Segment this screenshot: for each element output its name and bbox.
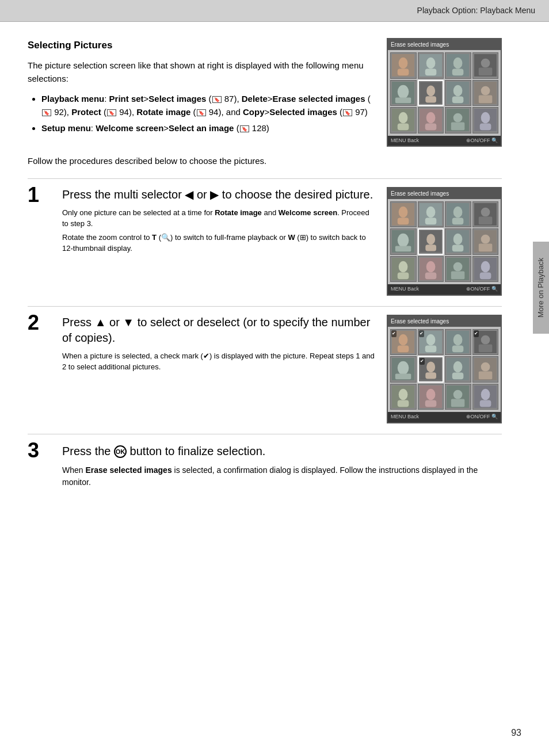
step-1-content: Press the multi selector ◀ or ▶ to choos…: [62, 187, 502, 298]
svg-point-25: [399, 112, 408, 124]
svg-point-7: [453, 58, 463, 69]
svg-point-10: [481, 59, 490, 68]
svg-point-1: [399, 58, 408, 69]
camera-cell: [390, 52, 417, 79]
step-1-camera-screen: Erase selected images: [387, 187, 502, 298]
svg-point-88: [426, 362, 435, 373]
svg-point-43: [453, 207, 463, 218]
svg-rect-50: [395, 246, 411, 252]
camera-cell: [390, 107, 417, 133]
camera-cell: [445, 80, 471, 106]
svg-rect-44: [452, 217, 464, 224]
svg-point-82: [481, 335, 490, 345]
footer-onoff: ⊕ON/OFF 🔍: [466, 137, 498, 145]
svg-rect-5: [425, 69, 436, 76]
svg-rect-107: [479, 400, 491, 407]
svg-rect-2: [398, 69, 409, 76]
svg-point-4: [426, 58, 435, 69]
svg-rect-62: [398, 272, 409, 279]
svg-rect-68: [451, 271, 464, 279]
step-2-title: Press ▲ or ▼ to select or deselect (or t…: [62, 315, 378, 346]
svg-point-40: [426, 207, 435, 218]
intro-camera-screen: Erase selected images: [387, 38, 502, 147]
follow-text: Follow the procedures described below to…: [28, 155, 502, 168]
step-2: 2 Press ▲ or ▼ to select or deselect (or…: [28, 306, 502, 434]
svg-point-97: [399, 389, 408, 400]
svg-point-70: [481, 261, 490, 273]
svg-point-94: [481, 362, 490, 372]
svg-rect-20: [452, 96, 464, 103]
svg-point-106: [481, 389, 490, 400]
svg-rect-53: [425, 245, 436, 251]
footer-back: MENU Back: [391, 137, 419, 145]
svg-point-28: [426, 112, 435, 124]
step-1-number: 1: [28, 185, 55, 205]
main-content: Erase selected images: [0, 22, 529, 520]
svg-point-91: [453, 361, 463, 373]
sidebar-tab: More on Playback: [533, 242, 549, 334]
svg-point-61: [399, 261, 408, 273]
step-2-content: Press ▲ or ▼ to select or deselect (or t…: [62, 315, 502, 426]
step-3-note: When Erase selected images is selected, …: [62, 464, 502, 489]
header-title: Playback Option: Playback Menu: [417, 6, 535, 15]
svg-rect-71: [479, 272, 491, 279]
svg-rect-47: [479, 216, 492, 224]
step-3-title: Press the OK button to finalize selectio…: [62, 442, 502, 460]
camera-cell: [390, 80, 417, 106]
svg-rect-59: [479, 244, 492, 252]
camera-cell: [472, 52, 499, 79]
page-header: Playback Option: Playback Menu: [0, 0, 549, 22]
svg-point-67: [453, 262, 463, 272]
camera-cell: [472, 107, 499, 133]
svg-rect-29: [425, 124, 436, 131]
svg-point-19: [453, 85, 463, 97]
svg-point-49: [398, 234, 409, 247]
page-number: 93: [511, 726, 521, 740]
step-2-number: 2: [28, 312, 55, 333]
svg-rect-8: [452, 69, 464, 76]
svg-point-22: [481, 86, 490, 96]
svg-rect-101: [425, 400, 436, 407]
svg-rect-26: [398, 124, 409, 131]
svg-point-34: [481, 112, 490, 124]
svg-rect-104: [451, 399, 464, 407]
svg-point-37: [399, 207, 408, 218]
svg-point-79: [453, 334, 463, 346]
svg-rect-92: [452, 373, 464, 380]
intro-screen-title: Erase selected images: [388, 39, 501, 50]
step-1-note-2: Rotate the zoom control to T (🔍) to swit…: [62, 232, 378, 254]
step-3: 3 Press the OK button to finalize select…: [28, 434, 502, 497]
svg-point-52: [426, 234, 435, 245]
ok-button-icon: OK: [114, 445, 127, 458]
step-2-camera-screen: Erase selected images: [387, 315, 502, 426]
svg-point-85: [398, 361, 409, 375]
svg-point-46: [481, 208, 490, 217]
svg-rect-83: [479, 344, 492, 352]
svg-rect-77: [425, 345, 436, 352]
svg-rect-14: [395, 97, 411, 103]
svg-rect-41: [425, 217, 436, 224]
svg-rect-32: [451, 123, 464, 131]
svg-rect-17: [425, 96, 436, 102]
svg-point-58: [481, 235, 490, 244]
step-1-text: Press the multi selector ◀ or ▶ to choos…: [62, 187, 378, 257]
svg-rect-35: [479, 124, 491, 131]
step-1-note-1: Only one picture can be selected at a ti…: [62, 207, 378, 230]
svg-point-64: [426, 261, 435, 273]
svg-rect-23: [479, 95, 492, 103]
camera-cell: [418, 107, 444, 133]
svg-rect-38: [398, 217, 409, 224]
svg-point-13: [398, 85, 409, 98]
step-1: 1 Press the multi selector ◀ or ▶ to cho…: [28, 178, 502, 306]
svg-rect-56: [452, 245, 464, 252]
svg-point-31: [453, 113, 463, 123]
bullet-label-playback: Playback menu: [41, 94, 104, 104]
camera-cell: [445, 107, 471, 133]
camera-cell-selected: [418, 80, 444, 106]
svg-rect-86: [395, 374, 411, 380]
camera-cell: [445, 52, 471, 79]
svg-point-100: [426, 389, 435, 400]
step-3-number: 3: [28, 440, 55, 461]
svg-point-76: [426, 334, 435, 346]
step-1-title: Press the multi selector ◀ or ▶ to choos…: [62, 187, 378, 203]
